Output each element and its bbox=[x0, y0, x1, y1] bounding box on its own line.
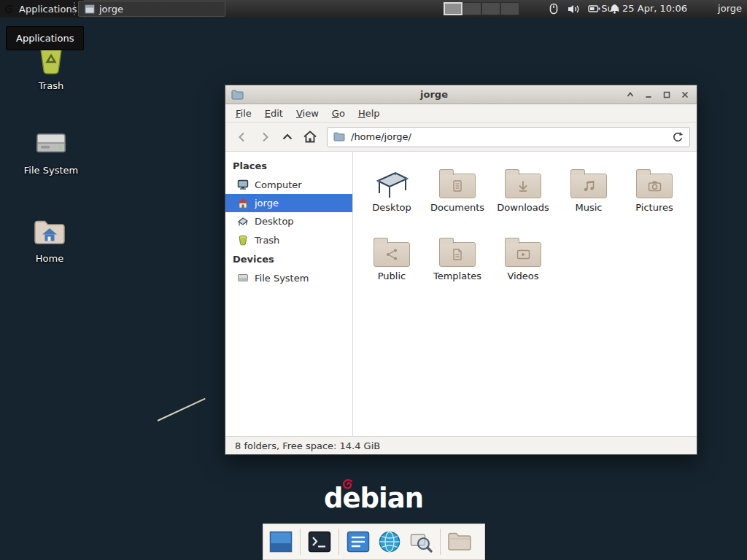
text-editor-icon bbox=[347, 531, 370, 553]
file-item-templates[interactable]: Templates bbox=[425, 232, 490, 295]
folder-icon bbox=[447, 532, 472, 552]
workspace-cell-4[interactable] bbox=[500, 2, 519, 15]
maximize-button[interactable] bbox=[661, 89, 673, 101]
clock[interactable]: Sun 25 Apr, 10:06 bbox=[601, 3, 687, 14]
file-manager-launcher[interactable] bbox=[447, 529, 472, 554]
home-button[interactable] bbox=[300, 127, 320, 147]
taskbar-window-icon bbox=[85, 4, 95, 14]
user-menu[interactable]: jorge bbox=[718, 3, 742, 14]
music-folder-icon bbox=[570, 174, 607, 198]
desktop-icon-file-system[interactable]: File System bbox=[15, 125, 88, 176]
volume-icon[interactable] bbox=[568, 3, 580, 15]
dock-separator bbox=[338, 529, 339, 555]
stray-artifact-line bbox=[158, 398, 206, 421]
file-item-videos[interactable]: Videos bbox=[490, 232, 556, 295]
sidebar-item-jorge[interactable]: jorge bbox=[225, 194, 352, 212]
app-finder-launcher[interactable] bbox=[409, 529, 433, 554]
menu-edit[interactable]: Edit bbox=[258, 106, 290, 121]
file-label: Templates bbox=[433, 271, 481, 281]
sidebar-item-label: Desktop bbox=[255, 216, 294, 227]
shade-button[interactable] bbox=[624, 89, 636, 101]
show-desktop-launcher[interactable] bbox=[268, 529, 293, 554]
templates-folder-icon bbox=[439, 242, 476, 267]
taskbar-window-button[interactable]: jorge bbox=[78, 1, 225, 17]
mouse-icon[interactable] bbox=[547, 3, 560, 15]
path-bar[interactable]: /home/jorge/ bbox=[327, 127, 690, 147]
terminal-launcher[interactable] bbox=[307, 529, 332, 554]
applications-menu-button[interactable]: Applications bbox=[0, 0, 85, 18]
sidebar-places-header: Places bbox=[225, 156, 352, 175]
back-button[interactable] bbox=[232, 127, 252, 147]
desktop-icon-label: File System bbox=[15, 165, 88, 176]
sidebar: Places Computer jorge Desktop bbox=[225, 152, 353, 436]
menu-go[interactable]: Go bbox=[325, 106, 352, 121]
terminal-icon bbox=[308, 531, 331, 553]
battery-icon[interactable] bbox=[588, 3, 600, 15]
workspace-cell-3[interactable] bbox=[481, 2, 500, 15]
drive-icon bbox=[237, 272, 249, 284]
window-icon bbox=[231, 90, 244, 100]
taskbar-window-label: jorge bbox=[99, 4, 123, 15]
debian-logo-text: debian bbox=[324, 483, 423, 514]
sidebar-item-trash[interactable]: Trash bbox=[225, 230, 352, 249]
menu-file[interactable]: File bbox=[229, 106, 258, 121]
file-item-downloads[interactable]: Downloads bbox=[490, 163, 556, 226]
menu-help[interactable]: Help bbox=[352, 106, 387, 121]
workspace-cell-1[interactable] bbox=[444, 2, 462, 15]
trash-place-icon bbox=[237, 234, 249, 246]
sidebar-item-desktop[interactable]: Desktop bbox=[225, 212, 352, 230]
globe-icon bbox=[378, 530, 401, 553]
hard-drive-icon bbox=[34, 125, 69, 160]
file-label: Downloads bbox=[497, 202, 549, 213]
status-bar: 8 folders, Free space: 14.4 GiB bbox=[225, 436, 697, 454]
sidebar-item-label: Trash bbox=[255, 235, 279, 246]
debian-swirl-icon bbox=[341, 478, 355, 492]
path-input[interactable]: /home/jorge/ bbox=[351, 131, 666, 142]
file-label: Public bbox=[378, 271, 406, 281]
sidebar-devices-header: Devices bbox=[225, 249, 352, 268]
desk-icon bbox=[372, 163, 411, 198]
web-browser-launcher[interactable] bbox=[377, 529, 402, 554]
menubar: File Edit View Go Help bbox=[225, 104, 697, 122]
file-label: Videos bbox=[507, 271, 538, 281]
workspace-switcher bbox=[444, 2, 519, 15]
sidebar-item-file-system[interactable]: File System bbox=[225, 268, 352, 287]
file-label: Desktop bbox=[372, 202, 411, 213]
desktop-icon-label: Trash bbox=[15, 80, 88, 91]
downloads-folder-icon bbox=[505, 174, 541, 198]
sidebar-item-computer[interactable]: Computer bbox=[225, 175, 352, 194]
magnifier-icon bbox=[409, 530, 433, 553]
file-item-desktop[interactable]: Desktop bbox=[359, 163, 425, 226]
applications-tooltip: Applications bbox=[6, 26, 84, 50]
reload-button[interactable] bbox=[672, 131, 684, 143]
applications-menu-label: Applications bbox=[19, 4, 77, 15]
text-editor-launcher[interactable] bbox=[346, 529, 371, 554]
top-panel: Applications jorge Sun 25 Apr, 10:06 jor… bbox=[0, 0, 747, 18]
menu-view[interactable]: View bbox=[290, 106, 325, 121]
sidebar-item-label: Computer bbox=[255, 179, 302, 190]
file-manager-window: jorge File Edit View Go Help bbox=[225, 85, 697, 455]
file-item-pictures[interactable]: Pictures bbox=[622, 163, 687, 226]
file-item-documents[interactable]: Documents bbox=[425, 163, 490, 226]
desktop-icon-home[interactable]: Home bbox=[13, 214, 86, 264]
file-item-public[interactable]: Public bbox=[359, 232, 425, 295]
workspace-cell-2[interactable] bbox=[462, 2, 481, 15]
file-item-music[interactable]: Music bbox=[556, 163, 622, 226]
toolbar: /home/jorge/ bbox=[225, 122, 697, 152]
panel-handle[interactable] bbox=[74, 2, 76, 15]
minimize-button[interactable] bbox=[643, 89, 654, 101]
sidebar-item-label: jorge bbox=[255, 198, 279, 209]
applications-menu-icon bbox=[4, 4, 15, 15]
file-label: Music bbox=[576, 202, 603, 213]
window-titlebar[interactable]: jorge bbox=[225, 85, 697, 104]
close-button[interactable] bbox=[679, 89, 691, 101]
desktop-icon-label: Home bbox=[13, 253, 86, 264]
window-title: jorge bbox=[248, 89, 620, 100]
home-icon bbox=[237, 198, 249, 209]
file-label: Pictures bbox=[635, 202, 673, 213]
up-button[interactable] bbox=[277, 127, 297, 147]
status-text: 8 folders, Free space: 14.4 GiB bbox=[235, 440, 380, 451]
sidebar-item-label: File System bbox=[255, 273, 309, 284]
forward-button[interactable] bbox=[255, 127, 274, 147]
public-folder-icon bbox=[374, 242, 410, 267]
